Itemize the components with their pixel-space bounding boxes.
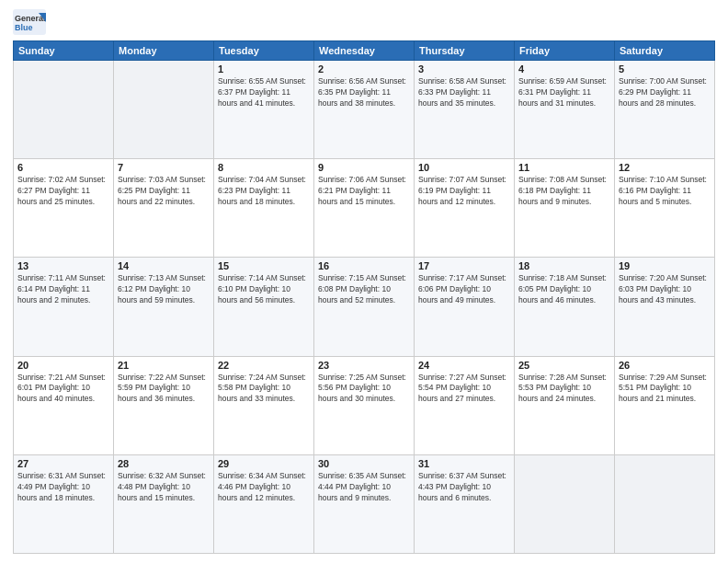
calendar-week-row: 20Sunrise: 7:21 AM Sunset: 6:01 PM Dayli… bbox=[14, 356, 715, 454]
day-info: Sunrise: 7:27 AM Sunset: 5:54 PM Dayligh… bbox=[418, 373, 510, 406]
calendar-cell: 13Sunrise: 7:11 AM Sunset: 6:14 PM Dayli… bbox=[14, 258, 114, 356]
day-number: 30 bbox=[318, 458, 410, 469]
calendar-cell: 17Sunrise: 7:17 AM Sunset: 6:06 PM Dayli… bbox=[415, 258, 515, 356]
page: General Blue SundayMondayTuesdayWednesda… bbox=[0, 0, 728, 563]
day-info: Sunrise: 6:56 AM Sunset: 6:35 PM Dayligh… bbox=[318, 76, 410, 109]
day-info: Sunrise: 7:08 AM Sunset: 6:18 PM Dayligh… bbox=[518, 175, 610, 208]
calendar-day-header: Wednesday bbox=[314, 41, 415, 61]
header: General Blue bbox=[13, 9, 715, 35]
day-info: Sunrise: 7:14 AM Sunset: 6:10 PM Dayligh… bbox=[218, 273, 310, 306]
day-info: Sunrise: 7:29 AM Sunset: 5:51 PM Dayligh… bbox=[619, 373, 711, 406]
day-info: Sunrise: 7:15 AM Sunset: 6:08 PM Dayligh… bbox=[318, 273, 410, 306]
calendar-cell: 6Sunrise: 7:02 AM Sunset: 6:27 PM Daylig… bbox=[14, 159, 114, 258]
day-number: 29 bbox=[218, 458, 310, 469]
day-number: 19 bbox=[619, 260, 711, 271]
calendar-cell: 8Sunrise: 7:04 AM Sunset: 6:23 PM Daylig… bbox=[214, 159, 314, 258]
day-info: Sunrise: 7:11 AM Sunset: 6:14 PM Dayligh… bbox=[17, 273, 109, 306]
calendar-week-row: 6Sunrise: 7:02 AM Sunset: 6:27 PM Daylig… bbox=[14, 159, 715, 258]
day-number: 15 bbox=[218, 260, 310, 271]
calendar-week-row: 27Sunrise: 6:31 AM Sunset: 4:49 PM Dayli… bbox=[14, 454, 715, 553]
day-number: 16 bbox=[318, 260, 410, 271]
calendar-cell: 21Sunrise: 7:22 AM Sunset: 5:59 PM Dayli… bbox=[114, 356, 214, 454]
calendar-day-header: Monday bbox=[114, 41, 214, 61]
calendar-cell: 5Sunrise: 7:00 AM Sunset: 6:29 PM Daylig… bbox=[615, 61, 715, 159]
calendar-cell: 19Sunrise: 7:20 AM Sunset: 6:03 PM Dayli… bbox=[615, 258, 715, 356]
day-info: Sunrise: 7:00 AM Sunset: 6:29 PM Dayligh… bbox=[619, 76, 711, 109]
day-number: 18 bbox=[518, 260, 610, 271]
logo-icon: General Blue bbox=[13, 9, 46, 35]
day-info: Sunrise: 7:20 AM Sunset: 6:03 PM Dayligh… bbox=[619, 273, 711, 306]
calendar-day-header: Saturday bbox=[615, 41, 715, 61]
calendar-week-row: 13Sunrise: 7:11 AM Sunset: 6:14 PM Dayli… bbox=[14, 258, 715, 356]
day-info: Sunrise: 7:25 AM Sunset: 5:56 PM Dayligh… bbox=[318, 373, 410, 406]
calendar-cell: 12Sunrise: 7:10 AM Sunset: 6:16 PM Dayli… bbox=[615, 159, 715, 258]
calendar-cell: 7Sunrise: 7:03 AM Sunset: 6:25 PM Daylig… bbox=[114, 159, 214, 258]
day-info: Sunrise: 7:04 AM Sunset: 6:23 PM Dayligh… bbox=[218, 175, 310, 208]
day-info: Sunrise: 6:35 AM Sunset: 4:44 PM Dayligh… bbox=[318, 471, 410, 504]
calendar-cell: 1Sunrise: 6:55 AM Sunset: 6:37 PM Daylig… bbox=[214, 61, 314, 159]
day-number: 4 bbox=[518, 63, 610, 75]
calendar-cell: 31Sunrise: 6:37 AM Sunset: 4:43 PM Dayli… bbox=[415, 454, 515, 553]
day-number: 31 bbox=[418, 458, 510, 469]
day-info: Sunrise: 7:17 AM Sunset: 6:06 PM Dayligh… bbox=[418, 273, 510, 306]
logo: General Blue bbox=[13, 9, 46, 35]
day-info: Sunrise: 7:24 AM Sunset: 5:58 PM Dayligh… bbox=[218, 373, 310, 406]
day-number: 14 bbox=[118, 260, 210, 271]
day-number: 8 bbox=[218, 162, 310, 173]
calendar-cell: 20Sunrise: 7:21 AM Sunset: 6:01 PM Dayli… bbox=[14, 356, 114, 454]
calendar-cell: 3Sunrise: 6:58 AM Sunset: 6:33 PM Daylig… bbox=[415, 61, 515, 159]
day-number: 9 bbox=[318, 162, 410, 173]
day-number: 10 bbox=[418, 162, 510, 173]
calendar-cell: 23Sunrise: 7:25 AM Sunset: 5:56 PM Dayli… bbox=[314, 356, 415, 454]
calendar-cell: 18Sunrise: 7:18 AM Sunset: 6:05 PM Dayli… bbox=[515, 258, 615, 356]
calendar-day-header: Tuesday bbox=[214, 41, 314, 61]
day-info: Sunrise: 7:13 AM Sunset: 6:12 PM Dayligh… bbox=[118, 273, 210, 306]
calendar-day-header: Sunday bbox=[14, 41, 114, 61]
calendar-cell: 24Sunrise: 7:27 AM Sunset: 5:54 PM Dayli… bbox=[415, 356, 515, 454]
day-number: 11 bbox=[518, 162, 610, 173]
day-info: Sunrise: 6:31 AM Sunset: 4:49 PM Dayligh… bbox=[17, 471, 109, 504]
calendar-cell: 22Sunrise: 7:24 AM Sunset: 5:58 PM Dayli… bbox=[214, 356, 314, 454]
day-info: Sunrise: 6:58 AM Sunset: 6:33 PM Dayligh… bbox=[418, 76, 510, 109]
calendar-day-header: Thursday bbox=[415, 41, 515, 61]
day-number: 24 bbox=[418, 360, 510, 371]
calendar-cell: 29Sunrise: 6:34 AM Sunset: 4:46 PM Dayli… bbox=[214, 454, 314, 553]
day-number: 17 bbox=[418, 260, 510, 271]
calendar-cell: 14Sunrise: 7:13 AM Sunset: 6:12 PM Dayli… bbox=[114, 258, 214, 356]
day-info: Sunrise: 7:18 AM Sunset: 6:05 PM Dayligh… bbox=[518, 273, 610, 306]
day-info: Sunrise: 7:03 AM Sunset: 6:25 PM Dayligh… bbox=[118, 175, 210, 208]
day-number: 25 bbox=[518, 360, 610, 371]
day-number: 28 bbox=[118, 458, 210, 469]
calendar-day-header: Friday bbox=[515, 41, 615, 61]
calendar-cell: 26Sunrise: 7:29 AM Sunset: 5:51 PM Dayli… bbox=[615, 356, 715, 454]
calendar-cell: 4Sunrise: 6:59 AM Sunset: 6:31 PM Daylig… bbox=[515, 61, 615, 159]
day-info: Sunrise: 7:07 AM Sunset: 6:19 PM Dayligh… bbox=[418, 175, 510, 208]
calendar-cell: 15Sunrise: 7:14 AM Sunset: 6:10 PM Dayli… bbox=[214, 258, 314, 356]
calendar-table: SundayMondayTuesdayWednesdayThursdayFrid… bbox=[13, 40, 715, 554]
day-number: 3 bbox=[418, 63, 510, 75]
day-number: 7 bbox=[118, 162, 210, 173]
calendar-cell: 28Sunrise: 6:32 AM Sunset: 4:48 PM Dayli… bbox=[114, 454, 214, 553]
day-info: Sunrise: 6:32 AM Sunset: 4:48 PM Dayligh… bbox=[118, 471, 210, 504]
calendar-cell bbox=[114, 61, 214, 159]
day-number: 20 bbox=[17, 360, 109, 371]
day-info: Sunrise: 6:37 AM Sunset: 4:43 PM Dayligh… bbox=[418, 471, 510, 504]
day-number: 22 bbox=[218, 360, 310, 371]
day-info: Sunrise: 7:21 AM Sunset: 6:01 PM Dayligh… bbox=[17, 373, 109, 406]
svg-text:Blue: Blue bbox=[15, 23, 33, 32]
calendar-cell bbox=[615, 454, 715, 553]
day-number: 21 bbox=[118, 360, 210, 371]
day-number: 5 bbox=[619, 63, 711, 75]
calendar-cell bbox=[515, 454, 615, 553]
day-number: 12 bbox=[619, 162, 711, 173]
day-number: 1 bbox=[218, 63, 310, 75]
calendar-cell: 11Sunrise: 7:08 AM Sunset: 6:18 PM Dayli… bbox=[515, 159, 615, 258]
calendar-header-row: SundayMondayTuesdayWednesdayThursdayFrid… bbox=[14, 41, 715, 61]
day-number: 27 bbox=[17, 458, 109, 469]
day-number: 2 bbox=[318, 63, 410, 75]
day-info: Sunrise: 7:06 AM Sunset: 6:21 PM Dayligh… bbox=[318, 175, 410, 208]
day-info: Sunrise: 6:55 AM Sunset: 6:37 PM Dayligh… bbox=[218, 76, 310, 109]
calendar-cell: 2Sunrise: 6:56 AM Sunset: 6:35 PM Daylig… bbox=[314, 61, 415, 159]
day-info: Sunrise: 7:10 AM Sunset: 6:16 PM Dayligh… bbox=[619, 175, 711, 208]
calendar-week-row: 1Sunrise: 6:55 AM Sunset: 6:37 PM Daylig… bbox=[14, 61, 715, 159]
